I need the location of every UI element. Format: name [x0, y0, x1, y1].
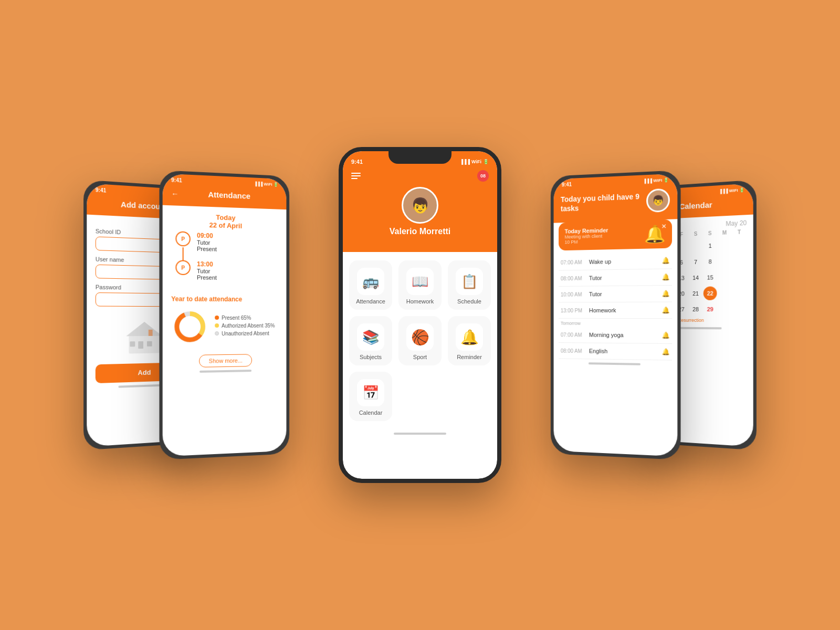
donut-section: Present 65% Authorized Absent 35% Unauth…	[171, 308, 278, 345]
menu-item-calendar[interactable]: 📅 Calendar	[349, 372, 392, 421]
legend-unauthorized: Unauthorized Absent	[215, 330, 275, 337]
timeline-info-2: 13:00 Tutor Present	[197, 260, 217, 281]
calendar-title: Calendar	[679, 200, 712, 211]
attendance-title: Attendance	[208, 190, 250, 201]
svg-rect-4	[130, 341, 135, 346]
time-home: 9:41	[351, 159, 363, 165]
subjects-icon: 📚	[357, 323, 384, 351]
home-header: 08 👦 Valerio Morretti	[343, 166, 497, 252]
task-row-6: 08:00 AM English 🔔	[559, 343, 672, 361]
calendar-label: Calendar	[359, 410, 383, 416]
task-row-2: 08:00 AM Tutor 🔔	[559, 269, 672, 287]
today-day[interactable]: 22	[704, 286, 717, 300]
tasks-avatar: 👦	[646, 188, 670, 213]
menu-item-schedule[interactable]: 📋 Schedule	[448, 260, 491, 310]
donut-chart	[171, 308, 208, 345]
svg-rect-5	[149, 330, 153, 336]
homework-icon: 📖	[406, 268, 434, 295]
tasks-header-text: Today you child have 9 tasks	[561, 192, 643, 214]
task-row-1: 07:00 AM Wake up 🔔	[559, 253, 672, 271]
svg-rect-3	[147, 341, 152, 346]
svg-marker-1	[126, 322, 162, 336]
reminder-time: 10 PM	[565, 238, 608, 245]
legend-authorized: Authorized Absent 35%	[215, 322, 275, 328]
phone-tasks: 9:41 ▐▐▐ WiFi 🔋 Today you child have 9 t…	[551, 170, 681, 460]
timeline: P 09:00 Tutor Present P 13:00 T	[163, 231, 287, 282]
subjects-label: Subjects	[360, 354, 382, 360]
reminder-icon: 🔔	[456, 323, 483, 351]
tomorrow-label: Tomorrow	[559, 319, 672, 328]
home-indicator-att	[200, 370, 251, 373]
timeline-dot-1: P	[175, 231, 191, 246]
attendance-date: Today 22 of April	[163, 205, 287, 235]
home-indicator-tasks	[589, 362, 640, 365]
phone-attendance: 9:41 ▐▐▐ WiFi 🔋 ← Attendance Today 22 of…	[159, 170, 289, 460]
legend-present: Present 65%	[215, 314, 275, 320]
reminder-card: ✕ Today Reminder Meeting with client 10 …	[559, 219, 672, 251]
svg-rect-2	[138, 341, 143, 349]
attendance-icon: 🚌	[357, 268, 384, 295]
bell-orange: 🔔	[662, 290, 670, 297]
year-attendance: Year to date attendance Present 65%	[163, 289, 287, 352]
bell-gray: 🔔	[662, 257, 670, 265]
reminder-label: Reminder	[457, 354, 482, 360]
menu-item-attendance[interactable]: 🚌 Attendance	[349, 260, 392, 310]
attendance-label: Attendance	[356, 298, 385, 304]
legend: Present 65% Authorized Absent 35% Unauth…	[215, 314, 275, 338]
home-indicator-center	[394, 433, 446, 435]
home-top-bar: 08	[351, 170, 489, 182]
bell-gray-2: 🔔	[662, 274, 670, 281]
hamburger-icon[interactable]	[351, 173, 361, 179]
menu-item-reminder[interactable]: 🔔 Reminder	[448, 316, 491, 365]
homework-label: Homework	[406, 298, 434, 304]
year-title: Year to date attendance	[171, 295, 278, 303]
task-row-5: 07:00 AM Morning yoga 🔔	[559, 327, 672, 344]
next-month: May 20	[726, 219, 747, 227]
user-name: Valerio Morretti	[390, 227, 450, 236]
phones-container: 9:41 ▐▐▐WiFi🔋 Add account School ID User…	[79, 66, 761, 564]
reminder-subtitle: Meeting with client	[565, 233, 608, 239]
task-row-4: 13:00 PM Homework 🔔	[559, 302, 672, 319]
time-tasks: 9:41	[562, 182, 572, 188]
menu-grid: 🚌 Attendance 📖 Homework 📋 Schedule 📚 Sub…	[343, 252, 497, 429]
notification-badge[interactable]: 08	[477, 170, 489, 182]
bell-gray-5: 🔔	[662, 348, 670, 355]
timeline-info-1: 09:00 Tutor Present	[197, 232, 217, 252]
bell-gray-4: 🔔	[662, 331, 670, 339]
time-attendance: 9:41	[171, 177, 182, 183]
timeline-item-2: P 13:00 Tutor Present	[175, 260, 274, 281]
task-list: 07:00 AM Wake up 🔔 08:00 AM Tutor 🔔 10:0…	[554, 253, 678, 361]
show-more-button[interactable]: Show more...	[199, 354, 253, 368]
red-day[interactable]: 29	[704, 302, 717, 316]
task-row-3: 10:00 AM Tutor 🔔	[559, 286, 672, 303]
status-icons-att: ▐▐▐ WiFi 🔋	[254, 181, 279, 187]
back-arrow[interactable]: ←	[171, 190, 178, 198]
calendar-icon: 📅	[357, 379, 384, 406]
schedule-label: Schedule	[457, 298, 481, 304]
reminder-close[interactable]: ✕	[662, 223, 667, 230]
menu-item-sport[interactable]: 🏀 Sport	[398, 316, 442, 365]
schedule-icon: 📋	[456, 268, 483, 295]
menu-item-homework[interactable]: 📖 Homework	[398, 260, 442, 310]
sport-label: Sport	[413, 354, 427, 360]
timeline-item-1: P 09:00 Tutor Present	[175, 231, 274, 254]
time-add-account: 9:41	[96, 187, 106, 194]
sport-icon: 🏀	[406, 323, 434, 351]
notch	[388, 151, 452, 164]
bell-gray-3: 🔔	[662, 307, 670, 314]
timeline-dot-2: P	[175, 260, 191, 275]
phone-home: 9:41 ▐▐▐WiFi🔋 08 👦 Valerio Morretti	[339, 147, 501, 483]
menu-item-subjects[interactable]: 📚 Subjects	[349, 316, 392, 365]
avatar: 👦	[402, 187, 438, 224]
tasks-header: Today you child have 9 tasks 👦	[554, 184, 678, 223]
status-icons-home: ▐▐▐WiFi🔋	[460, 159, 489, 164]
